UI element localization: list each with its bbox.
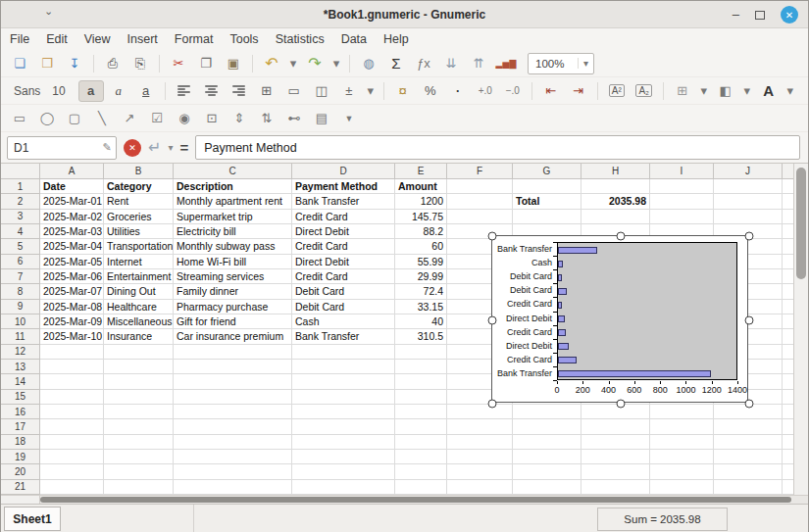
sort-descending-button[interactable]: ⇈ [466, 53, 491, 74]
cell-G17[interactable] [513, 419, 581, 434]
cell-A4[interactable]: 2025-Mar-03 [40, 224, 104, 239]
cell-G21[interactable] [513, 480, 581, 495]
cell-E18[interactable] [395, 435, 447, 450]
function-dropdown-icon[interactable]: ▾ [168, 142, 173, 153]
cell-B17[interactable] [104, 419, 174, 434]
cell-G2[interactable]: Total [513, 194, 581, 209]
cell-J17[interactable] [714, 419, 783, 434]
cell-E3[interactable]: 145.75 [395, 210, 447, 224]
row-header-17[interactable]: 17 [1, 419, 40, 434]
cell-A19[interactable] [40, 450, 104, 464]
cell-C3[interactable]: Supermarket trip [174, 210, 292, 224]
rectangle-tool[interactable]: ▭ [7, 108, 32, 129]
frame-tool[interactable]: ▢ [62, 108, 87, 129]
cell-C10[interactable]: Gift for friend [174, 314, 292, 329]
vertical-scrollbar[interactable] [793, 164, 808, 495]
row-header-8[interactable]: 8 [1, 284, 40, 299]
align-right-button[interactable] [227, 80, 252, 102]
cell-H1[interactable] [581, 179, 650, 194]
cell-D7[interactable]: Credit Card [292, 269, 395, 284]
cell-B5[interactable]: Transportation [104, 239, 174, 254]
cell-C16[interactable] [174, 405, 292, 419]
row-header-10[interactable]: 10 [1, 314, 40, 329]
cell-C4[interactable]: Electricity bill [174, 224, 292, 239]
hyperlink-button[interactable]: ◍ [356, 53, 381, 74]
cell-I20[interactable] [650, 464, 714, 479]
cell-H19[interactable] [581, 450, 650, 464]
spinbutton-tool[interactable]: ⇅ [254, 108, 279, 129]
italic-button[interactable]: a [106, 80, 131, 102]
cell-D6[interactable]: Direct Debit [292, 255, 395, 269]
cell-J3[interactable] [714, 210, 783, 224]
cancel-edit-icon[interactable]: ✕ [124, 139, 141, 157]
fill-color-button[interactable]: ◧ [713, 80, 738, 102]
row-header-9[interactable]: 9 [1, 300, 40, 314]
cell-D4[interactable]: Direct Debit [292, 224, 395, 239]
font-name-selector[interactable]: Sans [6, 84, 50, 98]
row-header-5[interactable]: 5 [1, 239, 40, 254]
row-header-16[interactable]: 16 [1, 405, 40, 419]
cell-B7[interactable]: Entertainment [104, 269, 174, 284]
formula-input[interactable]: Payment Method [195, 135, 800, 160]
cell-D15[interactable] [292, 390, 395, 405]
align-center-button[interactable] [199, 80, 225, 102]
chart-button[interactable]: ▂▅▇ [493, 53, 519, 74]
row-header-2[interactable]: 2 [1, 194, 40, 209]
selection-handle[interactable] [745, 232, 754, 241]
open-button[interactable]: ❒ [34, 53, 60, 74]
redo-button[interactable]: ↷ [302, 53, 328, 74]
cell-C8[interactable]: Family dinner [174, 284, 292, 299]
function-button[interactable]: ƒx [411, 53, 436, 74]
cell-E4[interactable]: 88.2 [395, 224, 447, 239]
selection-handle[interactable] [488, 232, 497, 241]
font-color-arrow[interactable]: ▾ [784, 80, 797, 102]
cell-E7[interactable]: 29.99 [395, 269, 447, 284]
menu-insert[interactable]: Insert [127, 32, 158, 46]
cell-A3[interactable]: 2025-Mar-02 [40, 210, 104, 224]
menu-edit[interactable]: Edit [46, 32, 68, 46]
row-header-12[interactable]: 12 [1, 345, 40, 360]
menu-tools[interactable]: Tools [229, 32, 258, 46]
sort-ascending-button[interactable]: ⇊ [438, 53, 464, 74]
cell-B20[interactable] [104, 464, 174, 479]
col-header-H[interactable]: H [581, 164, 650, 179]
cell-A10[interactable]: 2025-Mar-09 [40, 314, 104, 329]
row-header-6[interactable]: 6 [1, 255, 40, 269]
col-header-G[interactable]: G [513, 164, 581, 179]
decrease-indent-button[interactable]: ⇤ [538, 80, 564, 102]
cell-D13[interactable] [292, 360, 395, 374]
cell-C21[interactable] [174, 480, 292, 495]
currency-button[interactable]: ¤ [390, 80, 416, 102]
cell-F19[interactable] [447, 450, 513, 464]
col-header-C[interactable]: C [174, 164, 292, 179]
cell-B1[interactable]: Category [104, 179, 174, 194]
increase-decimals-button[interactable]: +.0 [473, 80, 498, 102]
cell-B2[interactable]: Rent [104, 194, 174, 209]
cell-A12[interactable] [40, 345, 104, 360]
cell-B14[interactable] [104, 374, 174, 389]
zoom-dropdown-icon[interactable]: ▾ [578, 58, 593, 69]
cell-B15[interactable] [104, 390, 174, 405]
sheet-tab[interactable]: Sheet1 [4, 507, 61, 531]
bold-button[interactable]: a [78, 80, 104, 102]
increase-indent-button[interactable]: ⇥ [566, 80, 591, 102]
cell-J18[interactable] [714, 435, 783, 450]
undo-dropdown[interactable]: ▾ [286, 53, 300, 74]
arrow-tool[interactable]: ↗ [117, 108, 142, 129]
cell-F3[interactable] [447, 210, 513, 224]
cell-C13[interactable] [174, 360, 292, 374]
cell-D9[interactable]: Debit Card [292, 300, 395, 314]
cell-I16[interactable] [650, 405, 714, 419]
zoom-combobox[interactable]: 100% ▾ [528, 53, 594, 74]
cell-B21[interactable] [104, 480, 174, 495]
copy-button[interactable]: ❐ [193, 53, 219, 74]
cell-H2[interactable]: 2035.98 [581, 194, 650, 209]
close-button[interactable]: ✕ [781, 6, 798, 24]
combobox-tool[interactable]: ▼ [336, 108, 362, 129]
row-header-7[interactable]: 7 [1, 269, 40, 284]
cell-D21[interactable] [292, 480, 395, 495]
borders-arrow[interactable]: ▾ [697, 80, 711, 102]
cell-G3[interactable] [513, 210, 581, 224]
accept-edit-icon[interactable]: ↵ [148, 138, 161, 157]
font-size-selector[interactable]: 10 [50, 84, 76, 98]
